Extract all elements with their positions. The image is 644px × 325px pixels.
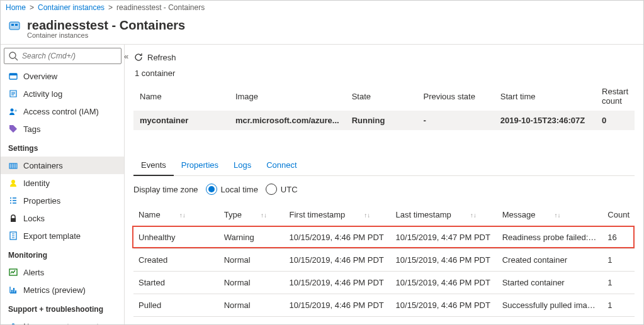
search-input[interactable] <box>22 52 117 60</box>
col-name[interactable]: Name↑↓ <box>133 204 219 226</box>
cell-type: Warning <box>219 226 285 249</box>
col-start-time[interactable]: Start time <box>494 82 596 111</box>
resource-icon <box>8 19 21 32</box>
search-box[interactable] <box>4 48 121 64</box>
col-previous-state[interactable]: Previous state <box>417 82 494 111</box>
col-name[interactable]: Name <box>133 82 229 111</box>
sort-icon: ↑↓ <box>179 212 186 219</box>
sidebar-item-activity-log[interactable]: Activity log <box>1 85 124 102</box>
cell-name: Created <box>133 249 219 272</box>
radio-utc-label: UTC <box>281 185 298 194</box>
col-image[interactable]: Image <box>229 82 346 111</box>
col-last[interactable]: Last timestamp↑↓ <box>391 204 497 226</box>
cell-restart: 0 <box>596 111 635 130</box>
col-restart-count[interactable]: Restart count <box>596 82 635 111</box>
sidebar-item-label: Access control (IAM) <box>23 107 99 116</box>
sidebar-item-identity[interactable]: Identity <box>1 174 124 192</box>
sidebar-item-label: Export template <box>23 231 81 241</box>
tab-logs[interactable]: Logs <box>226 155 259 175</box>
cell-first: 10/15/2019, 4:46 PM PDT <box>284 226 390 249</box>
svg-point-3 <box>9 52 16 58</box>
svg-rect-16 <box>15 290 16 293</box>
cell-name: mycontainer <box>133 111 229 130</box>
table-row[interactable]: PullingNormal10/15/2019, 4:45 PM PDT10/1… <box>133 317 635 326</box>
cell-name: Unhealthy <box>133 226 219 249</box>
radio-unselected-icon <box>266 184 277 195</box>
refresh-button[interactable]: Refresh <box>133 52 176 62</box>
cell-last: 10/15/2019, 4:46 PM PDT <box>391 272 497 294</box>
breadcrumb-parent[interactable]: Container instances <box>38 3 105 12</box>
cell-start: 2019-10-15T23:46:07Z <box>494 111 596 130</box>
cell-type: Normal <box>219 317 285 326</box>
svg-rect-11 <box>11 218 16 222</box>
table-row[interactable]: PulledNormal10/15/2019, 4:46 PM PDT10/15… <box>133 294 635 317</box>
events-header-row: Name↑↓ Type↑↓ First timestamp↑↓ Last tim… <box>133 204 635 226</box>
cell-first: 10/15/2019, 4:46 PM PDT <box>284 272 390 294</box>
sidebar-item-label: Tags <box>23 124 40 134</box>
tab-connect[interactable]: Connect <box>259 155 304 175</box>
cell-count: 1 <box>602 317 635 326</box>
col-count[interactable]: Count <box>602 204 635 226</box>
radio-local-label: Local time <box>221 185 258 194</box>
svg-rect-6 <box>9 74 17 75</box>
cell-name: Pulled <box>133 294 219 317</box>
refresh-label: Refresh <box>147 53 176 62</box>
details-tabs: Events Properties Logs Connect <box>133 155 635 176</box>
sidebar-item-locks[interactable]: Locks <box>1 209 124 227</box>
cell-message: pulling image "mcr.micros... <box>497 317 603 326</box>
page-title: readinesstest - Containers <box>27 18 185 33</box>
sidebar-item-metrics[interactable]: Metrics (preview) <box>1 281 124 299</box>
cell-first: 10/15/2019, 4:46 PM PDT <box>284 249 390 272</box>
cell-message: Created container <box>497 249 603 272</box>
sidebar-item-new-support[interactable]: New support request <box>1 317 124 325</box>
cell-count: 1 <box>602 249 635 272</box>
sidebar-item-access-control[interactable]: Access control (IAM) <box>1 102 124 120</box>
cell-first: 10/15/2019, 4:45 PM PDT <box>284 317 390 326</box>
table-row[interactable]: UnhealthyWarning10/15/2019, 4:46 PM PDT1… <box>133 226 635 249</box>
locks-icon <box>8 213 18 223</box>
sidebar-item-properties[interactable]: Properties <box>1 192 124 209</box>
radio-utc[interactable]: UTC <box>266 184 298 195</box>
col-first[interactable]: First timestamp↑↓ <box>284 204 390 226</box>
col-state[interactable]: State <box>346 82 417 111</box>
cell-name: Started <box>133 272 219 294</box>
table-row[interactable]: StartedNormal10/15/2019, 4:46 PM PDT10/1… <box>133 272 635 294</box>
cell-count: 1 <box>602 294 635 317</box>
sidebar-item-tags[interactable]: Tags <box>1 120 124 138</box>
sidebar-item-label: Metrics (preview) <box>23 285 86 295</box>
sidebar-item-containers[interactable]: Containers <box>1 157 124 174</box>
cell-name: Pulling <box>133 317 219 326</box>
col-type[interactable]: Type↑↓ <box>219 204 285 226</box>
sort-icon: ↑↓ <box>554 212 560 219</box>
sidebar-section-support: Support + troubleshooting <box>1 299 124 317</box>
table-row[interactable]: CreatedNormal10/15/2019, 4:46 PM PDT10/1… <box>133 249 635 272</box>
tab-properties[interactable]: Properties <box>174 155 226 175</box>
tab-events[interactable]: Events <box>133 155 174 176</box>
col-message[interactable]: Message↑↓ <box>497 204 603 226</box>
cell-image: mcr.microsoft.com/azure... <box>229 111 346 130</box>
page-header: readinesstest - Containers Container ins… <box>1 14 643 44</box>
cell-previous: - <box>417 111 494 130</box>
sidebar-item-label: Alerts <box>23 268 44 277</box>
sidebar-item-alerts[interactable]: Alerts <box>1 263 124 281</box>
table-row[interactable]: mycontainer mcr.microsoft.com/azure... R… <box>133 111 635 130</box>
cell-last: 10/15/2019, 4:47 PM PDT <box>391 226 497 249</box>
metrics-icon <box>8 285 18 295</box>
cell-first: 10/15/2019, 4:46 PM PDT <box>284 294 390 317</box>
cell-count: 1 <box>602 272 635 294</box>
cell-last: 10/15/2019, 4:46 PM PDT <box>391 249 497 272</box>
breadcrumb-home[interactable]: Home <box>6 3 26 12</box>
sidebar-section-settings: Settings <box>1 138 124 157</box>
timezone-label: Display time zone <box>133 185 198 194</box>
sidebar-item-overview[interactable]: Overview <box>1 67 124 85</box>
overview-icon <box>8 71 18 81</box>
sort-icon: ↑↓ <box>261 212 267 219</box>
radio-local-time[interactable]: Local time <box>206 184 258 195</box>
search-icon <box>8 51 18 61</box>
containers-table: Name Image State Previous state Start ti… <box>133 82 635 130</box>
sidebar-section-monitoring: Monitoring <box>1 245 124 263</box>
cell-state: Running <box>346 111 417 130</box>
sidebar-item-export-template[interactable]: Export template <box>1 227 124 245</box>
radio-selected-icon <box>206 184 217 195</box>
sidebar-item-label: Identity <box>23 179 50 188</box>
